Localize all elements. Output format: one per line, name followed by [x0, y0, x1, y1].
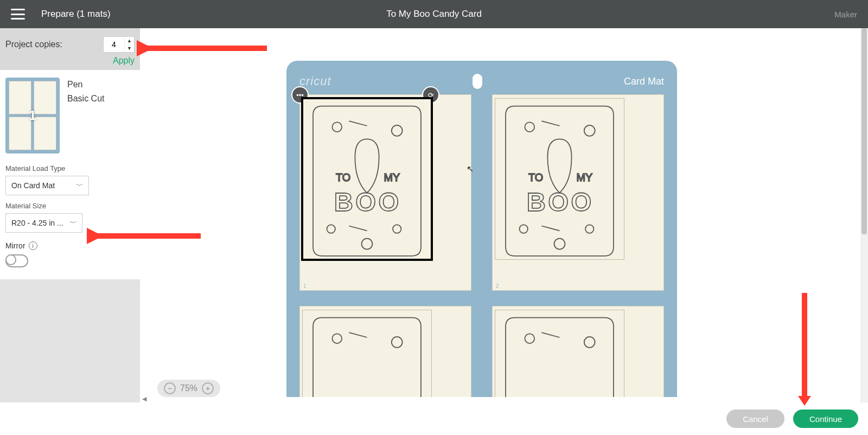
continue-button[interactable]: Continue — [793, 410, 858, 428]
scroll-left-icon[interactable]: ◀ — [142, 395, 146, 402]
copies-decrement-icon[interactable]: ▼ — [125, 44, 134, 52]
card-slot-2[interactable]: TO MY BOO 2 — [492, 94, 664, 291]
sidebar: Project copies: ▲ ▼ Apply 1 Pen Basic Cu… — [0, 28, 140, 402]
svg-point-14 — [585, 225, 593, 233]
zoom-in-icon[interactable]: + — [202, 382, 214, 394]
material-load-dropdown[interactable]: On Card Mat ﹀ — [5, 176, 89, 195]
project-copies-stepper[interactable]: ▲ ▼ — [103, 36, 135, 53]
mat-number: 1 — [29, 108, 36, 123]
card-design — [500, 315, 620, 397]
app-header: Prepare (1 mats) To My Boo Candy Card Ma… — [0, 0, 868, 28]
material-load-label: Material Load Type — [0, 161, 140, 175]
svg-point-9 — [584, 125, 595, 136]
mirror-toggle[interactable] — [5, 254, 28, 267]
card-design: TO MY BOO — [500, 103, 620, 259]
footer: Cancel Continue — [0, 402, 868, 435]
chevron-down-icon: ﹀ — [76, 181, 84, 190]
svg-point-5 — [327, 225, 335, 233]
mat-row: 1 Pen Basic Cut — [0, 70, 140, 161]
cancel-button[interactable]: Cancel — [726, 410, 784, 428]
slot-number-2: 2 — [496, 283, 499, 289]
svg-point-19 — [584, 337, 595, 348]
project-copies-block: Project copies: ▲ ▼ Apply — [0, 28, 140, 70]
material-size-value: R20 - 4.25 in ... — [11, 219, 63, 227]
card-face-4[interactable] — [495, 310, 624, 397]
scrollbar-thumb[interactable] — [861, 28, 867, 234]
project-copies-input[interactable] — [104, 37, 124, 52]
svg-text:BOO: BOO — [527, 187, 594, 216]
zoom-value: 75% — [180, 383, 197, 393]
project-title: To My Boo Candy Card — [386, 9, 482, 20]
svg-text:TO: TO — [336, 171, 350, 183]
svg-point-7 — [362, 239, 373, 250]
svg-point-18 — [525, 334, 534, 343]
mat-viewport: cricut Card Mat ••• ⟳ — [286, 61, 682, 397]
mat-board[interactable]: cricut Card Mat ••• ⟳ — [286, 61, 677, 397]
svg-point-16 — [332, 334, 342, 343]
card-face-2[interactable]: TO MY BOO — [495, 98, 624, 260]
brand-label: cricut — [299, 74, 331, 88]
mat-operation-cut: Basic Cut — [67, 92, 104, 106]
prepare-title: Prepare (1 mats) — [41, 9, 111, 20]
svg-point-15 — [554, 239, 565, 250]
sidebar-empty-panel — [0, 279, 140, 402]
apply-button[interactable]: Apply — [5, 56, 135, 66]
mat-handle-icon — [473, 74, 482, 89]
svg-text:TO: TO — [528, 171, 543, 183]
canvas-area: cricut Card Mat ••• ⟳ — [140, 28, 868, 402]
copies-increment-icon[interactable]: ▲ — [125, 37, 134, 44]
svg-point-6 — [393, 225, 401, 233]
card-slot-1[interactable]: ••• ⟳ TO MY BOO — [299, 94, 471, 291]
chevron-down-icon: ﹀ — [69, 219, 77, 228]
card-design: TO MY BOO — [307, 103, 427, 259]
mat-title: Card Mat — [624, 76, 664, 87]
svg-point-0 — [332, 122, 342, 132]
project-copies-label: Project copies: — [5, 40, 62, 49]
horizontal-scrollbar[interactable]: ◀ ▶ — [140, 395, 868, 402]
card-slot-3[interactable] — [299, 306, 471, 397]
svg-text:MY: MY — [576, 171, 592, 183]
vertical-scrollbar[interactable] — [860, 28, 868, 402]
svg-text:MY: MY — [384, 171, 400, 183]
mat-thumbnail[interactable]: 1 — [5, 78, 60, 153]
zoom-out-icon[interactable]: − — [164, 382, 176, 394]
material-size-label: Material Size — [0, 199, 140, 212]
slot-number-1: 1 — [303, 283, 307, 289]
svg-point-17 — [392, 337, 403, 348]
material-load-value: On Card Mat — [11, 181, 55, 190]
info-icon[interactable]: i — [29, 241, 37, 250]
mirror-label: Mirror — [5, 241, 25, 250]
menu-icon[interactable] — [11, 9, 25, 20]
mat-operation-pen: Pen — [67, 78, 104, 92]
svg-text:BOO: BOO — [334, 187, 401, 216]
svg-point-8 — [525, 122, 534, 132]
card-face-3[interactable] — [302, 310, 432, 397]
card-design — [307, 315, 427, 397]
device-label: Maker — [834, 10, 857, 19]
card-slot-4[interactable] — [492, 306, 664, 397]
svg-point-1 — [392, 125, 403, 136]
card-face-1[interactable]: TO MY BOO — [302, 98, 432, 260]
material-size-dropdown[interactable]: R20 - 4.25 in ... ﹀ — [5, 213, 82, 233]
svg-point-13 — [519, 225, 527, 233]
